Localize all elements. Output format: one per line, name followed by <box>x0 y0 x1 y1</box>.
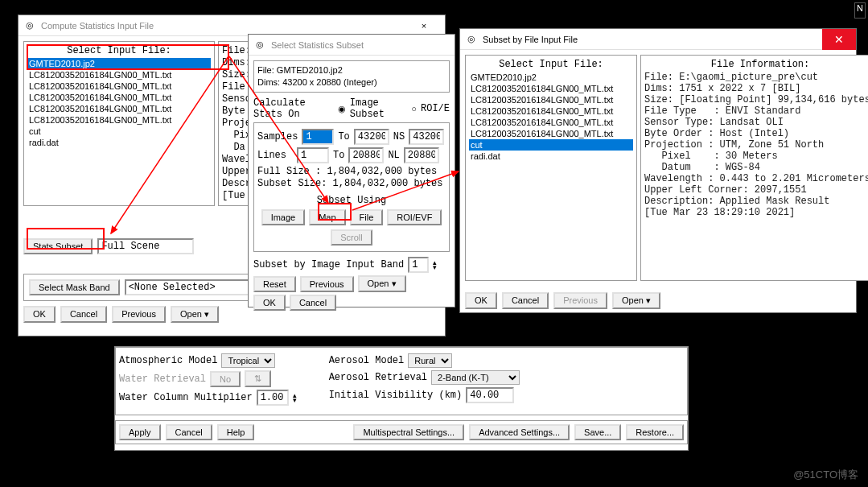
open-button[interactable]: Open ▾ <box>358 275 406 292</box>
aero-ret-label: Aerosol Retrieval <box>329 372 427 383</box>
list-item[interactable]: radi.dat <box>27 137 211 148</box>
open-button[interactable]: Open ▾ <box>612 292 660 309</box>
samples-label: Samples <box>257 131 298 142</box>
atm-model-select[interactable]: Tropical <box>221 353 275 368</box>
list-item[interactable]: LC81200352016184LGN00_MTL.txt <box>469 117 633 128</box>
subset-by-file-window: ◎ Subset by File Input File ✕ Select Inp… <box>459 28 857 313</box>
lines-nl[interactable] <box>404 147 439 163</box>
water-ret-toggle[interactable]: No <box>210 371 241 387</box>
list-item[interactable]: LC81200352016184LGN00_MTL.txt <box>27 80 211 92</box>
select-mask-button[interactable]: Select Mask Band <box>29 279 120 295</box>
cancel-button[interactable]: Cancel <box>166 424 212 440</box>
init-vis-input[interactable] <box>466 387 514 403</box>
cancel-button[interactable]: Cancel <box>502 292 549 309</box>
previous-button: Previous <box>553 292 607 309</box>
wcm-input[interactable] <box>257 390 289 406</box>
previous-button[interactable]: Previous <box>300 276 354 292</box>
panel-title: Select Input File: <box>469 59 633 70</box>
ok-button[interactable]: OK <box>23 306 56 323</box>
list-item[interactable]: GMTED2010.jp2 <box>469 72 633 83</box>
radio-roi[interactable]: ○ <box>411 104 417 113</box>
aero-model-select[interactable]: Rural <box>408 353 452 368</box>
band-spinner[interactable] <box>408 257 429 273</box>
init-vis-label: Initial Visibility (km) <box>329 390 463 401</box>
panel-title: Select Input File: <box>27 45 211 56</box>
titlebar: ◎ Subset by File Input File ✕ <box>460 29 856 50</box>
restore-button[interactable]: Restore... <box>626 424 684 440</box>
samples-ns[interactable] <box>409 129 444 145</box>
ok-button[interactable]: OK <box>465 292 497 309</box>
close-icon[interactable]: ✕ <box>822 29 856 50</box>
save-button[interactable]: Save... <box>574 424 621 440</box>
radio-image-subset[interactable]: ◉ <box>338 104 346 114</box>
subset-using-label: Subset Using <box>257 195 446 207</box>
file-info-title: File Information: <box>644 59 868 70</box>
list-item[interactable]: LC81200352016184LGN00_MTL.txt <box>27 92 211 103</box>
list-item[interactable]: LC81200352016184LGN00_MTL.txt <box>469 128 633 139</box>
ok-button[interactable]: OK <box>253 295 286 311</box>
app-icon: ◎ <box>253 39 266 52</box>
subset-roi-button[interactable]: ROI/EVF <box>387 209 442 225</box>
samples-to[interactable] <box>354 129 389 145</box>
list-item[interactable]: LC81200352016184LGN00_MTL.txt <box>469 83 633 94</box>
reset-button[interactable]: Reset <box>253 276 296 292</box>
decor-box: N <box>854 2 866 19</box>
wcm-label: Water Column Multiplier <box>119 392 253 403</box>
list-item[interactable]: cut <box>469 139 633 151</box>
full-size-label: Full Size : 1,804,032,000 bytes <box>257 166 446 178</box>
wcm-spinner[interactable]: ▴▾ <box>293 393 297 402</box>
window-title: Compute Statistics Input File <box>41 21 408 31</box>
aero-model-label: Aerosol Model <box>329 355 405 366</box>
apply-button[interactable]: Apply <box>119 424 161 440</box>
list-item[interactable]: cut <box>27 126 211 137</box>
subset-image-button[interactable]: Image <box>261 209 306 225</box>
previous-button[interactable]: Previous <box>112 306 166 323</box>
cancel-button[interactable]: Cancel <box>60 306 107 323</box>
list-item[interactable]: LC81200352016184LGN00_MTL.txt <box>27 114 211 126</box>
window-title: Select Statistics Subset <box>271 40 450 50</box>
select-stats-subset-window: ◎ Select Statistics Subset File: GMTED20… <box>248 34 455 307</box>
info-dims: Dims: 43200 x 20880 (Integer) <box>257 76 446 89</box>
close-icon[interactable]: × <box>408 21 440 31</box>
spinner-buttons[interactable]: ▴▾ <box>433 260 437 270</box>
adv-button[interactable]: Advanced Settings... <box>469 424 570 440</box>
lines-label: Lines <box>257 150 293 161</box>
list-item[interactable]: LC81200352016184LGN00_MTL.txt <box>27 103 211 114</box>
lines-from[interactable] <box>297 147 329 163</box>
flaash-panel: Atmospheric Model Tropical Water Retriev… <box>114 346 689 451</box>
window-title: Subset by File Input File <box>483 35 851 44</box>
help-button[interactable]: Help <box>217 424 255 440</box>
subset-map-button[interactable]: Map <box>309 209 345 225</box>
water-ret-opts[interactable]: ⇅ <box>245 370 271 387</box>
list-item[interactable]: GMTED2010.jp2 <box>27 58 211 69</box>
titlebar: ◎ Select Statistics Subset <box>249 35 455 56</box>
list-item[interactable]: LC81200352016184LGN00_MTL.txt <box>27 69 211 80</box>
calc-on-label: Calculate Stats On <box>253 97 334 120</box>
cancel-button[interactable]: Cancel <box>290 295 336 311</box>
multi-button[interactable]: Multispectral Settings... <box>353 424 464 440</box>
list-item[interactable]: LC81200352016184LGN00_MTL.txt <box>469 105 633 117</box>
scene-input[interactable] <box>97 238 194 254</box>
water-ret-label: Water Retrieval <box>119 374 206 385</box>
file-info-text: File: E:\gaomi_picture_pre\cut Dims: 175… <box>644 72 868 218</box>
watermark: @51CTO博客 <box>793 468 858 482</box>
subset-size-label: Subset Size: 1,804,032,000 bytes <box>257 178 446 190</box>
list-item[interactable]: radi.dat <box>469 151 633 162</box>
lines-to[interactable] <box>348 147 384 163</box>
subset-scroll-button: Scroll <box>331 229 372 246</box>
list-item[interactable]: LC81200352016184LGN00_MTL.txt <box>469 94 633 105</box>
subset-band-label: Subset by Image Input Band <box>253 259 404 270</box>
aero-ret-select[interactable]: 2-Band (K-T) <box>431 370 520 385</box>
file-info-panel: File: GMTED2010.jp2 Dims: 43200 x 20880 … <box>253 60 450 93</box>
stats-subset-button[interactable]: Stats Subset <box>23 238 93 254</box>
app-icon: ◎ <box>23 19 36 32</box>
file-listbox[interactable]: GMTED2010.jp2LC81200352016184LGN00_MTL.t… <box>469 72 633 277</box>
atm-model-label: Atmospheric Model <box>119 355 217 366</box>
open-button[interactable]: Open ▾ <box>171 306 219 323</box>
file-listbox[interactable]: GMTED2010.jp2LC81200352016184LGN00_MTL.t… <box>27 58 211 195</box>
subset-file-button[interactable]: File <box>350 209 384 225</box>
app-icon: ◎ <box>465 33 478 46</box>
info-file: File: GMTED2010.jp2 <box>257 64 446 76</box>
samples-from[interactable] <box>302 129 334 145</box>
